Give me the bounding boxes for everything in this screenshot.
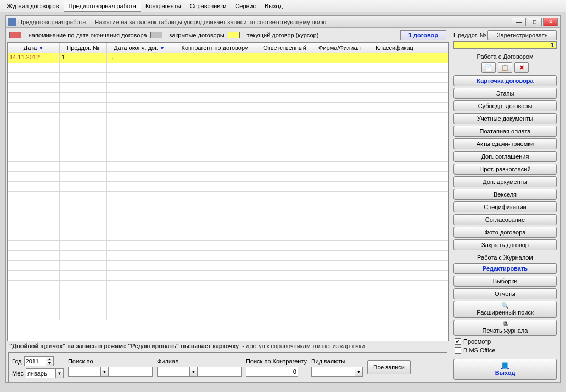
right-panel: Преддог. № Зарегистрировать Работа с Дог…	[450, 28, 560, 382]
approval-button[interactable]: Согласование	[453, 214, 557, 225]
table-row[interactable]	[8, 261, 448, 271]
preview-label: Просмотр	[463, 338, 491, 345]
close-contract-button[interactable]: Закрыть договор	[453, 239, 557, 250]
table-row[interactable]: 14.11.20121 . .	[8, 53, 448, 63]
table-row[interactable]	[8, 182, 448, 192]
register-button[interactable]: Зарегистрировать	[487, 30, 557, 40]
currency-select[interactable]	[311, 367, 355, 377]
menu-dictionaries[interactable]: Справочники	[186, 1, 231, 11]
year-input[interactable]	[24, 356, 46, 366]
predog-no-label: Преддог. №	[453, 32, 486, 38]
maximize-button[interactable]: □	[528, 18, 542, 26]
stages-button[interactable]: Этапы	[453, 88, 557, 99]
exit-icon: 📘	[501, 362, 509, 369]
table-row[interactable]	[8, 132, 448, 142]
contracts-grid[interactable]: Дата ▼ Преддог. № Дата оконч. дог. ▼ Кон…	[7, 42, 449, 341]
table-row[interactable]	[8, 122, 448, 132]
search-field-select[interactable]	[68, 367, 101, 377]
selections-button[interactable]: Выборки	[453, 276, 557, 287]
reports-button[interactable]: Отчеты	[453, 288, 557, 299]
col-date[interactable]: Дата ▼	[8, 43, 60, 53]
filter-panel: Год ▲▼ Мес ▼ Пои	[8, 352, 447, 382]
edit-button[interactable]: Редактировать	[453, 263, 557, 274]
table-row[interactable]	[8, 251, 448, 261]
all-records-button[interactable]: Все записи	[367, 360, 411, 374]
msoffice-checkbox[interactable]	[455, 347, 461, 354]
subcontracts-button[interactable]: Субподр. договоры	[453, 100, 557, 111]
menu-exit[interactable]: Выход	[260, 1, 287, 11]
table-row[interactable]	[8, 271, 448, 281]
grid-body[interactable]: 14.11.20121 . .	[8, 53, 448, 341]
contragent-search-input[interactable]	[246, 367, 298, 377]
currency-label: Вид валюты	[311, 358, 363, 365]
menu-precontract[interactable]: Преддоговорная работа	[64, 1, 141, 12]
table-row[interactable]	[8, 281, 448, 290]
protocols-button[interactable]: Прот. разногласий	[453, 164, 557, 175]
col-no[interactable]: Преддог. №	[60, 43, 107, 53]
month-select[interactable]	[26, 368, 56, 378]
table-row[interactable]	[8, 172, 448, 182]
table-row[interactable]	[8, 73, 448, 83]
legend-text-yellow: - текущий договор (курсор)	[243, 32, 319, 38]
table-row[interactable]	[8, 63, 448, 73]
table-row[interactable]	[8, 142, 448, 152]
chevron-down-icon[interactable]: ▼	[355, 367, 363, 377]
col-responsible[interactable]: Ответственный	[257, 43, 312, 53]
advanced-search-button[interactable]: 🔍 Расширенный поиск	[453, 301, 557, 318]
delete-icon[interactable]: ✕	[514, 62, 529, 73]
addendums-button[interactable]: Доп. соглашения	[453, 151, 557, 162]
bills-button[interactable]: Векселя	[453, 189, 557, 200]
table-row[interactable]	[8, 300, 448, 310]
contract-card-button[interactable]: Карточка договора	[453, 75, 557, 86]
col-contragent[interactable]: Контрагент по договору	[172, 43, 257, 53]
close-button[interactable]: ✕	[543, 18, 558, 26]
new-doc-icon[interactable]: 📄	[481, 62, 496, 73]
acceptance-acts-button[interactable]: Акты сдачи-приемки	[453, 138, 557, 149]
col-enddate[interactable]: Дата оконч. дог. ▼	[107, 43, 172, 53]
minimize-button[interactable]: —	[512, 18, 526, 26]
branch-value-input[interactable]	[198, 367, 242, 377]
msoffice-label: В MS Office	[463, 347, 495, 354]
exit-button[interactable]: 📘 Выход	[453, 359, 557, 380]
table-row[interactable]	[8, 241, 448, 251]
preview-checkbox[interactable]: ✔	[455, 338, 461, 345]
menu-service[interactable]: Сервис	[231, 1, 260, 11]
search-label: Поиск по	[68, 358, 153, 365]
print-journal-button[interactable]: 🖶 Печать журнала	[453, 320, 557, 336]
col-class[interactable]: Классификац	[367, 43, 422, 53]
legend-row: - напоминание по дате окончания договора…	[7, 28, 449, 42]
table-row[interactable]	[8, 152, 448, 162]
accounting-docs-button[interactable]: Учетные документы	[453, 113, 557, 124]
legend-text-gray: - закрытые договоры	[166, 32, 225, 38]
table-row[interactable]	[8, 103, 448, 113]
search-icon: 🔍	[455, 302, 555, 309]
chevron-down-icon[interactable]: ▼	[190, 367, 198, 377]
stage-payment-button[interactable]: Поэтапная оплата	[453, 126, 557, 137]
menu-journal[interactable]: Журнал договоров	[2, 1, 64, 11]
chevron-down-icon[interactable]: ▼	[101, 367, 109, 377]
chevron-down-icon[interactable]: ▼	[56, 368, 64, 378]
additional-docs-button[interactable]: Доп. документы	[453, 176, 557, 187]
table-row[interactable]	[8, 211, 448, 221]
table-row[interactable]	[8, 201, 448, 211]
col-branch[interactable]: Фирма/Филиал	[312, 43, 367, 53]
table-row[interactable]	[8, 310, 448, 320]
table-row[interactable]	[8, 192, 448, 201]
branch-select[interactable]	[157, 367, 190, 377]
menu-contragents[interactable]: Контрагенты	[141, 1, 186, 11]
contract-photo-button[interactable]: Фото договора	[453, 227, 557, 238]
predog-number-input[interactable]	[453, 41, 557, 49]
search-value-input[interactable]	[109, 367, 153, 377]
year-spinner[interactable]: ▲▼	[24, 356, 54, 366]
copy-icon[interactable]: 📋	[498, 62, 512, 73]
table-row[interactable]	[8, 221, 448, 231]
table-row[interactable]	[8, 83, 448, 93]
table-row[interactable]	[8, 93, 448, 103]
table-row[interactable]	[8, 290, 448, 300]
window-title: Преддоговорная работа - Нажатие на загол…	[18, 19, 326, 25]
legend-swatch-gray	[150, 32, 162, 38]
table-row[interactable]	[8, 162, 448, 172]
table-row[interactable]	[8, 231, 448, 241]
table-row[interactable]	[8, 113, 448, 122]
specifications-button[interactable]: Спецификации	[453, 201, 557, 212]
